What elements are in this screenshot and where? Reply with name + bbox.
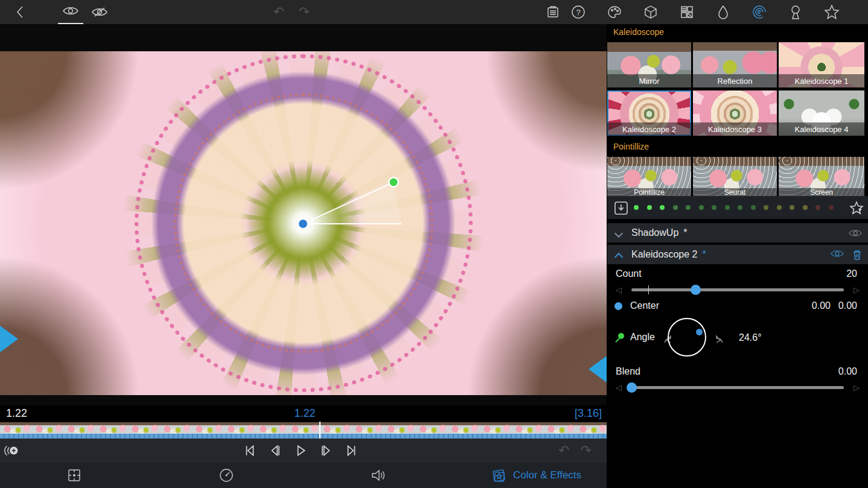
bottom-tab-bar: Color & Effects (0, 463, 607, 488)
hide-preview-icon[interactable] (87, 0, 112, 24)
show-preview-icon[interactable] (58, 0, 83, 24)
audio-tab-icon[interactable] (369, 466, 388, 484)
effect-thumb-kaleidoscope-1[interactable]: Kaleidoscope 1 (779, 42, 864, 87)
effect-thumb-kaleidoscope-2[interactable]: Kaleidoscope 2 (607, 90, 691, 136)
presets-clipboard-icon[interactable] (540, 0, 566, 24)
pager-dot[interactable] (764, 205, 768, 210)
rotate-clockwise-icon[interactable] (713, 333, 726, 345)
count-slider-track[interactable] (631, 288, 844, 291)
frame-forward-icon[interactable] (318, 442, 334, 459)
pager-dot[interactable] (815, 205, 820, 210)
chevron-up-icon[interactable] (614, 250, 623, 259)
effect-thumb-kaleidoscope-3[interactable]: Kaleidoscope 3 (693, 90, 777, 136)
angle-handle[interactable] (390, 179, 398, 186)
angle-handle-icon (614, 332, 625, 343)
timecode-row: 1.22 1.22 [3.16] (0, 405, 607, 422)
pager-dot[interactable] (751, 205, 756, 210)
help-icon[interactable]: ? (566, 0, 591, 24)
pager-dot[interactable] (712, 205, 716, 210)
play-icon[interactable] (292, 442, 309, 459)
frame-back-icon[interactable] (267, 442, 284, 459)
playback-controls (241, 442, 360, 459)
category-pager-bar (607, 196, 868, 219)
increment-arrow-icon[interactable]: ▷ (854, 383, 860, 392)
redo-icon[interactable]: ↷ (292, 0, 317, 24)
pager-dot[interactable] (647, 205, 652, 210)
clip-timecode: 1.22 (278, 407, 332, 420)
color-drop-icon[interactable] (710, 0, 736, 24)
skip-to-start-icon[interactable] (241, 442, 258, 459)
decrement-arrow-icon[interactable]: ◁ (616, 383, 622, 392)
section-label-kaleidoscope: Kaleidoscope (613, 27, 664, 37)
tab-color-effects[interactable]: Color & Effects (490, 467, 581, 484)
color-palette-icon[interactable] (602, 0, 627, 24)
favorites-star-icon[interactable] (819, 0, 844, 24)
elapsed-timecode: 1.22 (6, 407, 27, 420)
pager-dot[interactable] (790, 205, 794, 210)
effect-thumb-pointillize[interactable]: Pointillize (607, 157, 691, 196)
delete-layer-trash-icon[interactable] (852, 249, 862, 260)
favorite-star-add-icon[interactable] (849, 200, 864, 216)
back-button[interactable] (7, 0, 33, 24)
count-default-tick (648, 285, 649, 294)
layer-visibility-icon[interactable] (849, 229, 862, 238)
effect-thumb-mirror[interactable]: Mirror (607, 42, 691, 87)
playhead[interactable] (319, 422, 321, 439)
layer-row-kaleidoscope-2[interactable]: Kaleidoscope 2 * (607, 245, 868, 264)
pager-dot[interactable] (777, 205, 782, 210)
center-label[interactable]: Center (630, 300, 659, 311)
pager-dot[interactable] (686, 205, 691, 210)
layer-visibility-icon[interactable] (831, 249, 844, 258)
center-handle[interactable] (299, 220, 307, 228)
top-toolbar: ↶ ↷ ? (0, 0, 868, 24)
app-window: ↶ ↷ ? (0, 0, 868, 488)
audio-waveform-bar (0, 434, 607, 439)
increment-arrow-icon[interactable]: ▷ (854, 285, 860, 294)
distort-spiral-icon[interactable] (747, 0, 772, 24)
svg-text:?: ? (576, 8, 580, 17)
angle-dial[interactable] (668, 318, 706, 356)
count-label: Count (616, 268, 642, 279)
frame-fit-tab-icon[interactable] (65, 466, 83, 484)
undo-icon[interactable]: ↶ (558, 444, 569, 457)
pager-dots[interactable] (634, 205, 834, 210)
angle-label: Angle (630, 332, 655, 343)
effect-thumb-reflection[interactable]: Reflection (693, 42, 777, 87)
pager-dot[interactable] (634, 205, 639, 210)
pager-dot[interactable] (660, 205, 665, 210)
video-preview[interactable] (0, 24, 607, 405)
pager-dot[interactable] (699, 205, 704, 210)
effect-thumb-seurat[interactable]: Seurat (693, 157, 777, 196)
undo-icon[interactable]: ↶ (266, 0, 292, 24)
speed-tab-icon[interactable] (217, 466, 235, 484)
keyframe-add-icon[interactable] (4, 442, 21, 459)
styles-tiles-icon[interactable] (674, 0, 700, 24)
blend-slider-thumb[interactable] (627, 382, 637, 393)
redo-icon[interactable]: ↷ (580, 444, 591, 457)
pager-dot[interactable] (829, 205, 834, 210)
pager-dot[interactable] (738, 205, 742, 210)
3d-cube-icon[interactable] (638, 0, 663, 24)
count-slider: ◁ ▷ (616, 284, 860, 295)
blend-value: 0.00 (838, 366, 857, 377)
blend-slider-track[interactable] (631, 386, 844, 389)
effects-panel: Kaleidoscope Mirror Reflection Kaleidosc… (607, 24, 868, 488)
angle-dial-indicator (696, 329, 703, 335)
angle-value: 24.6° (739, 332, 762, 343)
effect-thumb-screen[interactable]: Screen (779, 157, 864, 196)
pager-dot[interactable] (673, 205, 678, 210)
count-slider-thumb[interactable] (691, 285, 701, 295)
import-preset-icon[interactable] (613, 200, 629, 216)
layer-row-shadowup[interactable]: ShadowUp * (607, 223, 868, 242)
timeline-undo-redo: ↶ ↷ (558, 444, 592, 457)
section-label-pointillize: Pointillize (613, 142, 649, 151)
skip-to-end-icon[interactable] (343, 442, 360, 459)
angle-control-overlay (0, 51, 607, 395)
chevron-down-icon[interactable] (614, 229, 623, 237)
keyhole-security-icon[interactable] (783, 0, 808, 24)
effect-thumb-kaleidoscope-4[interactable]: Kaleidoscope 4 (779, 90, 864, 136)
tab-color-effects-label: Color & Effects (513, 469, 581, 481)
decrement-arrow-icon[interactable]: ◁ (616, 285, 622, 294)
pager-dot[interactable] (725, 205, 730, 210)
pager-dot[interactable] (803, 205, 808, 210)
